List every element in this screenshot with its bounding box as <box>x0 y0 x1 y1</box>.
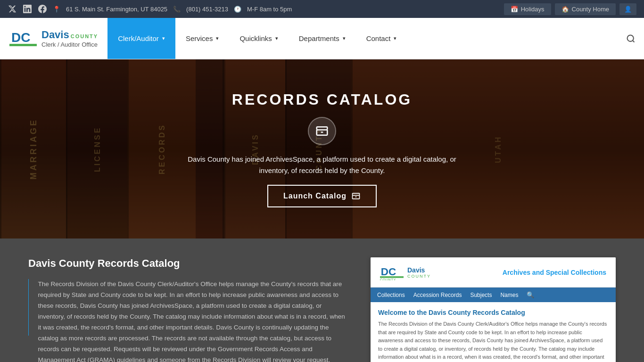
catalog-nav-names[interactable]: Names <box>500 292 518 298</box>
catalog-preview-header: DC COUNTY Davis COUNTY Archives and Spec… <box>371 257 616 288</box>
chevron-down-icon: ▾ <box>394 35 396 41</box>
catalog-preview-logo: DC COUNTY Davis COUNTY <box>380 264 431 280</box>
catalog-content: Welcome to the Davis County Records Cata… <box>371 302 616 362</box>
svg-text:COUNTY: COUNTY <box>380 278 396 280</box>
catalog-preview: DC COUNTY Davis COUNTY Archives and Spec… <box>371 257 616 362</box>
catalog-content-text: The Records Division of the Davis County… <box>378 320 608 362</box>
home-icon: 🏠 <box>561 6 569 13</box>
hero-title: RECORDS CATALOG <box>232 91 412 108</box>
svg-rect-2 <box>9 44 37 46</box>
chevron-down-icon: ▾ <box>162 35 165 41</box>
logo-text-area: Davis COUNTY Clerk / Auditor Office <box>41 29 98 48</box>
logo-county-accent: COUNTY <box>71 33 98 39</box>
logo-davis: Davis <box>41 29 69 41</box>
address-text: 61 S. Main St. Farmington, UT 84025 <box>66 6 167 13</box>
svg-line-4 <box>633 40 635 42</box>
county-home-button[interactable]: 🏠 County Home <box>555 3 616 15</box>
chevron-down-icon: ▾ <box>275 35 278 41</box>
launch-catalog-button[interactable]: Launch Catalog <box>267 185 377 207</box>
logo-svg: DC <box>9 25 37 52</box>
user-icon: 👤 <box>624 6 632 13</box>
catalog-nav-subjects[interactable]: Subjects <box>470 292 492 298</box>
phone-text: (801) 451-3213 <box>186 6 228 13</box>
catalog-content-title: Welcome to the Davis County Records Cata… <box>378 309 608 316</box>
svg-text:DC: DC <box>11 30 30 45</box>
top-bar-right: 📅 Holidays 🏠 County Home 👤 <box>504 3 636 15</box>
catalog-preview-title: Archives and Special Collections <box>503 269 606 276</box>
header: DC Davis COUNTY Clerk / Auditor Office C… <box>0 18 644 59</box>
catalog-logo-text: Davis COUNTY <box>407 266 431 279</box>
hero-description: Davis County has joined ArchivesSpace, a… <box>181 154 463 176</box>
nav-quicklinks[interactable]: Quicklinks ▾ <box>229 18 288 59</box>
hours-icon: 🕐 <box>234 6 241 13</box>
main-nav: Clerk/Auditor ▾ Services ▾ Quicklinks ▾ … <box>107 18 644 59</box>
nav-departments[interactable]: Departments ▾ <box>289 18 356 59</box>
catalog-search-icon[interactable]: 🔍 <box>527 291 534 298</box>
catalog-nav-accession[interactable]: Accession Records <box>413 292 462 298</box>
catalog-nav-collections[interactable]: Collections <box>377 292 405 298</box>
content-body: The Records Division of the Davis County… <box>38 279 347 362</box>
content-section: Davis County Records Catalog The Records… <box>0 239 644 362</box>
hero-overlay: RECORDS CATALOG Davis County has joined … <box>0 59 644 239</box>
content-title: Davis County Records Catalog <box>28 257 347 270</box>
calendar-icon: 📅 <box>511 6 518 13</box>
nav-contact[interactable]: Contact ▾ <box>356 18 407 59</box>
top-bar-left: 📍 61 S. Main St. Farmington, UT 84025 📞 … <box>8 4 292 14</box>
holidays-button[interactable]: 📅 Holidays <box>504 3 551 15</box>
svg-rect-6 <box>380 276 404 278</box>
chevron-down-icon: ▾ <box>216 35 219 41</box>
svg-text:DC: DC <box>381 266 396 278</box>
user-button[interactable]: 👤 <box>619 3 636 15</box>
archive-icon <box>308 117 336 145</box>
search-button[interactable] <box>618 18 644 59</box>
address-icon: 📍 <box>53 6 60 13</box>
chevron-down-icon: ▾ <box>343 35 346 41</box>
logo-area: DC Davis COUNTY Clerk / Auditor Office <box>0 18 107 59</box>
svg-point-3 <box>627 35 634 41</box>
nav-clerk-auditor[interactable]: Clerk/Auditor ▾ <box>107 18 175 59</box>
content-body-wrapper: The Records Division of the Davis County… <box>28 279 347 362</box>
twitter-icon[interactable] <box>8 4 17 14</box>
hours-text: M-F 8am to 5pm <box>247 6 292 13</box>
hero-section: MARRIAGE LICENSE RECORDS DAVIS COUNTY UT… <box>0 59 644 239</box>
logo-office: Clerk / Auditor Office <box>41 41 98 48</box>
facebook-icon[interactable] <box>38 4 47 14</box>
top-bar: 📍 61 S. Main St. Farmington, UT 84025 📞 … <box>0 0 644 18</box>
content-left: Davis County Records Catalog The Records… <box>28 257 347 362</box>
nav-services[interactable]: Services ▾ <box>175 18 230 59</box>
catalog-nav: Collections Accession Records Subjects N… <box>371 288 616 302</box>
linkedin-icon[interactable] <box>23 4 32 14</box>
phone-icon: 📞 <box>173 6 181 13</box>
catalog-logo-svg: DC COUNTY <box>380 264 404 280</box>
